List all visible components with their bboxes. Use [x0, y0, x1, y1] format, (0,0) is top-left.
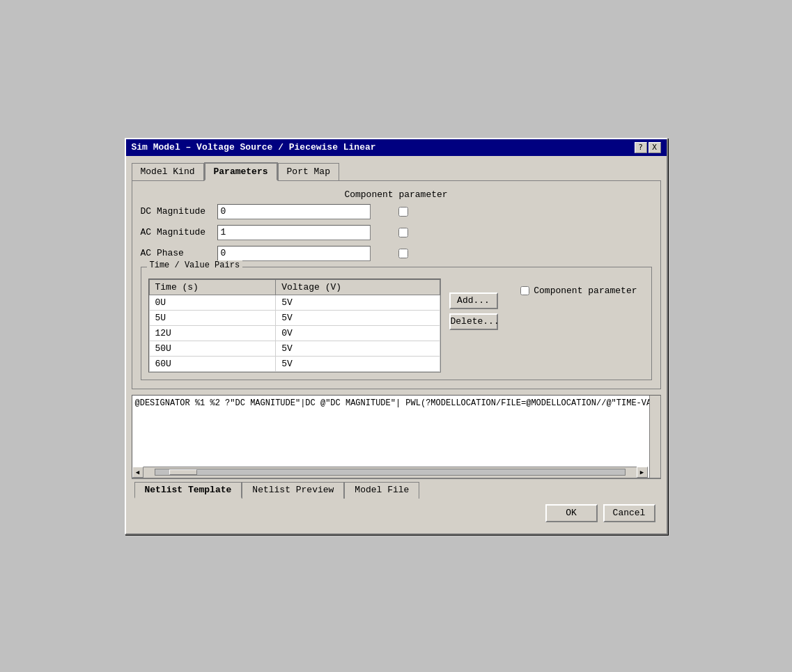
cell-time-0: 0U — [149, 295, 276, 310]
component-param-right-label: Component parameter — [534, 286, 637, 296]
table-row[interactable]: 50U 5V — [149, 341, 440, 356]
cell-time-2: 12U — [149, 325, 276, 341]
ac-phase-checkbox[interactable] — [398, 249, 408, 258]
table-row[interactable]: 60U 5V — [149, 356, 440, 371]
scroll-track — [155, 469, 626, 476]
component-param-right: Component parameter — [520, 286, 637, 296]
window-content: Model Kind Parameters Port Map Component… — [126, 156, 667, 533]
netlist-text-area[interactable]: @DESIGNATOR %1 %2 ?"DC MAGNITUDE"|DC @"D… — [132, 395, 661, 478]
cell-voltage-4: 5V — [276, 356, 440, 371]
main-panel: Component parameter DC Magnitude AC Magn… — [132, 180, 661, 389]
scroll-thumb[interactable] — [169, 469, 197, 475]
col-voltage: Voltage (V) — [276, 279, 440, 295]
cell-time-1: 5U — [149, 310, 276, 325]
tab-bar: Model Kind Parameters Port Map — [132, 162, 661, 180]
ac-phase-input[interactable] — [217, 246, 371, 261]
scroll-left-arrow[interactable]: ◀ — [132, 467, 143, 478]
ac-magnitude-input[interactable] — [217, 225, 371, 240]
ok-button[interactable]: OK — [545, 504, 598, 522]
table-row[interactable]: 5U 5V — [149, 310, 440, 325]
close-button[interactable]: X — [649, 142, 661, 153]
title-bar-buttons: ? X — [635, 142, 661, 153]
netlist-text: @DESIGNATOR %1 %2 ?"DC MAGNITUDE"|DC @"D… — [132, 396, 660, 411]
cell-voltage-2: 0V — [276, 325, 440, 341]
scrollbar-right[interactable] — [649, 396, 660, 478]
add-button[interactable]: Add... — [449, 292, 498, 309]
tab-netlist-preview[interactable]: Netlist Preview — [242, 482, 344, 499]
parameters-section: DC Magnitude AC Magnitude AC Phase — [141, 204, 652, 261]
ac-magnitude-row: AC Magnitude — [141, 225, 652, 240]
ac-phase-row: AC Phase — [141, 246, 652, 261]
tab-model-file[interactable]: Model File — [344, 482, 419, 499]
ac-phase-label: AC Phase — [141, 248, 217, 258]
delete-button[interactable]: Delete... — [449, 313, 498, 330]
main-window: Sim Model – Voltage Source / Piecewise L… — [125, 138, 668, 535]
tab-netlist-template[interactable]: Netlist Template — [134, 482, 242, 499]
tab-parameters[interactable]: Parameters — [204, 162, 278, 181]
cell-time-3: 50U — [149, 341, 276, 356]
dc-magnitude-checkbox[interactable] — [398, 207, 408, 217]
component-param-header: Component parameter — [141, 189, 652, 200]
dc-magnitude-input[interactable] — [217, 204, 371, 219]
dc-magnitude-row: DC Magnitude — [141, 204, 652, 219]
group-content: Time (s) Voltage (V) 0U 5V 5U — [148, 279, 644, 373]
scrollbar-bottom[interactable]: ◀ ▶ — [132, 467, 648, 478]
time-value-component-param-checkbox[interactable] — [520, 286, 529, 295]
time-value-table-container: Time (s) Voltage (V) 0U 5V 5U — [148, 279, 441, 373]
table-actions: Add... Delete... — [449, 292, 498, 330]
time-value-pairs-group: Time / Value Pairs Time (s) Voltage (V) — [141, 267, 652, 380]
cell-voltage-3: 5V — [276, 341, 440, 356]
ac-magnitude-label: AC Magnitude — [141, 227, 217, 237]
table-row[interactable]: 0U 5V — [149, 295, 440, 310]
cancel-button[interactable]: Cancel — [603, 504, 655, 522]
window-title: Sim Model – Voltage Source / Piecewise L… — [132, 142, 376, 153]
col-time: Time (s) — [149, 279, 276, 295]
table-row[interactable]: 12U 0V — [149, 325, 440, 341]
tab-model-kind[interactable]: Model Kind — [132, 163, 204, 182]
bottom-tab-bar: Netlist Template Netlist Preview Model F… — [132, 478, 661, 499]
group-legend: Time / Value Pairs — [147, 260, 243, 270]
tab-port-map[interactable]: Port Map — [278, 163, 339, 182]
cell-voltage-1: 5V — [276, 310, 440, 325]
cell-time-4: 60U — [149, 356, 276, 371]
cell-voltage-0: 5V — [276, 295, 440, 310]
footer: OK Cancel — [132, 499, 661, 528]
help-button[interactable]: ? — [635, 142, 647, 153]
ac-magnitude-checkbox[interactable] — [398, 228, 408, 237]
time-value-table: Time (s) Voltage (V) 0U 5V 5U — [149, 279, 440, 372]
dc-magnitude-label: DC Magnitude — [141, 206, 217, 217]
title-bar: Sim Model – Voltage Source / Piecewise L… — [126, 139, 667, 156]
scroll-right-arrow[interactable]: ▶ — [637, 467, 648, 478]
